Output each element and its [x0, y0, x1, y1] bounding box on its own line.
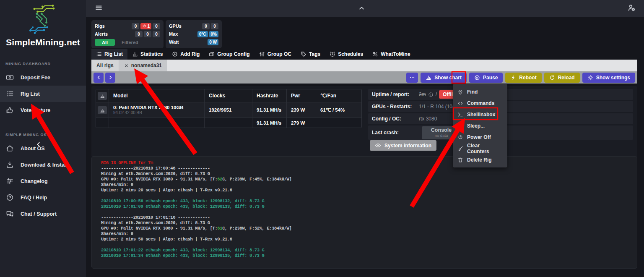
- uptime-label: Uptime / report:: [372, 91, 419, 97]
- console-line: GPU #0: Palit NVIDIA RTX 3080 - 91.31 MH…: [101, 177, 637, 182]
- tab-tags[interactable]: Tags: [296, 49, 325, 60]
- column-header-hashrate: Hashrate: [252, 89, 286, 102]
- collapse-panel-button[interactable]: [358, 4, 366, 12]
- main-tabs: Rig ListStatisticsAdd RigGroup ConfigGro…: [91, 49, 415, 60]
- uptime-separator: /: [436, 91, 437, 97]
- tab-rig-list[interactable]: Rig List: [91, 49, 127, 60]
- sidebar-item-rig-list[interactable]: Rig List: [0, 86, 86, 102]
- max-badge[interactable]: 0%: [209, 31, 218, 37]
- show-chart-button[interactable]: Show chart: [421, 73, 467, 83]
- banknote-icon: [6, 73, 14, 81]
- tab-add-rig[interactable]: Add Rig: [167, 49, 204, 60]
- sleep-icon: [457, 123, 463, 129]
- list-icon: [96, 51, 102, 57]
- hamburger-button[interactable]: [95, 4, 103, 12]
- gpu-model: 0: Palit NVIDIA RTX 3080 10GB: [113, 105, 184, 110]
- context-menu: FindCommandsShellinaboxSleep...Power Off…: [453, 84, 507, 167]
- sidebar-item-vote-feature[interactable]: Vote feature: [0, 102, 86, 118]
- console-line: 20210810 17:01:34 ethash epoch: 433, blo…: [101, 253, 637, 259]
- console-line: RIG IS OFFLINE for 7m: [101, 160, 637, 166]
- column-header-model: Model: [109, 89, 204, 102]
- map-pin-icon: [457, 89, 463, 95]
- gpu-power: 239 W: [286, 102, 316, 118]
- sidebar-section-label: MINING DASHBOARD: [5, 62, 86, 66]
- console-line: [101, 193, 637, 199]
- rig-state-badge[interactable]: 0: [132, 23, 139, 29]
- alert-badge[interactable]: 0: [135, 31, 143, 37]
- brand[interactable]: SimpleMining.net: [0, 0, 86, 47]
- uptime-info-icon[interactable]: [428, 91, 434, 98]
- more-actions-button[interactable]: [406, 73, 418, 83]
- account-settings-button[interactable]: [628, 4, 636, 12]
- menu-item-clear-counters[interactable]: Clear Counters: [453, 143, 507, 154]
- sidebar-item-label: Rig List: [21, 91, 40, 97]
- prev-rig-button[interactable]: [93, 73, 104, 83]
- console-line: -------------20210810 17:01:16 ---------…: [101, 215, 637, 220]
- sidebar-item-chat-support[interactable]: Chat / Support: [0, 206, 86, 222]
- system-information-label: System information: [384, 143, 431, 149]
- console-line: Shares/min: 0: [101, 182, 637, 188]
- menu-item-sleep[interactable]: Sleep...: [453, 120, 507, 131]
- alarm-icon: [330, 51, 335, 57]
- rig-state-badge[interactable]: 1: [140, 23, 151, 29]
- chevron-up-icon: [358, 4, 366, 12]
- next-rig-button[interactable]: [105, 73, 115, 83]
- alert-badge[interactable]: 0: [144, 31, 151, 37]
- main-area: Rigs010 Alerts000 All Filtered GPUs00 Ma…: [86, 0, 644, 277]
- menu-item-find[interactable]: Find: [453, 86, 507, 97]
- system-information-button[interactable]: System information: [370, 140, 436, 151]
- sidebar-item-label: Changelog: [21, 178, 48, 184]
- brand-name: SimpleMining.net: [0, 37, 86, 47]
- sidebar-item-label: Download & Install: [21, 162, 68, 168]
- reboot-button[interactable]: Reboot: [505, 73, 541, 83]
- column-header-pwr: Pwr: [286, 89, 316, 102]
- button-label: Show chart: [434, 75, 462, 81]
- close-icon: [124, 63, 129, 68]
- sidebar-item-changelog[interactable]: Changelog: [0, 173, 86, 189]
- info-icon: [428, 92, 434, 97]
- sidebar-item-about-os[interactable]: About OS: [0, 140, 86, 157]
- console-line: Mining at eth.2miners.com:2020, diff: 8.…: [101, 171, 637, 177]
- menu-item-delete-rig[interactable]: Delete Rig: [453, 154, 507, 165]
- rig-state-badge[interactable]: 0: [153, 23, 160, 29]
- show-settings-button[interactable]: Show settings: [582, 73, 635, 83]
- reload-button[interactable]: Reload: [544, 73, 580, 83]
- sidebar-item-deposit-fee[interactable]: Deposit Fee: [0, 69, 86, 86]
- menu-item-shellinabox[interactable]: Shellinabox: [453, 109, 507, 120]
- tab-whattomine[interactable]: WhatToMine: [368, 49, 415, 60]
- list-icon: [6, 90, 14, 98]
- tab-group-oc[interactable]: Group OC: [254, 49, 296, 60]
- pause-button[interactable]: Pause: [469, 73, 503, 83]
- rig-tab-all-rigs[interactable]: All rigs: [91, 60, 119, 71]
- total-power: 279 W: [286, 118, 316, 128]
- filter-filtered-button[interactable]: Filtered: [122, 40, 138, 45]
- gpu-badge[interactable]: 0: [211, 23, 218, 29]
- button-label: Reboot: [519, 75, 536, 81]
- tab-group-config[interactable]: Group Config: [204, 49, 254, 60]
- sidebar-item-download-install[interactable]: Download & Install: [0, 157, 86, 173]
- tab-schedules[interactable]: Schedules: [325, 49, 368, 60]
- rig-chart-button[interactable]: [98, 92, 107, 100]
- column-header-clocks: Clocks: [204, 89, 252, 102]
- sidebar-nav: MINING DASHBOARDDeposit FeeRig ListVote …: [0, 62, 86, 222]
- gpu-badge[interactable]: 0: [202, 23, 210, 29]
- rig-tab-label: All rigs: [96, 63, 114, 68]
- alert-badge[interactable]: 0: [153, 31, 160, 37]
- max-badge[interactable]: 0°C: [197, 31, 208, 37]
- close-tab-button[interactable]: [124, 63, 129, 68]
- menu-item-power-off[interactable]: Power Off: [453, 131, 507, 143]
- column-header-temp-fan: ℃/Fan: [316, 89, 361, 102]
- watt-label: Watt: [169, 39, 179, 44]
- menu-item-commands[interactable]: Commands: [453, 97, 507, 109]
- rig-tab-nonameda31[interactable]: nonameda31: [119, 60, 167, 71]
- watt-badge[interactable]: 0 W: [208, 39, 218, 45]
- toolbar: Show chartPauseRebootReloadShow settings: [91, 71, 637, 84]
- sidebar-collapse-button[interactable]: [35, 141, 42, 148]
- filter-all-button[interactable]: All: [95, 39, 115, 46]
- sidebar-item-faq-help[interactable]: FAQ / Help: [0, 189, 86, 206]
- gear-icon: [587, 75, 593, 81]
- gpu-chart-button[interactable]: [98, 106, 107, 114]
- chat-icon: [6, 210, 14, 218]
- tab-statistics[interactable]: Statistics: [127, 49, 167, 60]
- totals-row: 91.31 MH/s 279 W: [96, 118, 361, 128]
